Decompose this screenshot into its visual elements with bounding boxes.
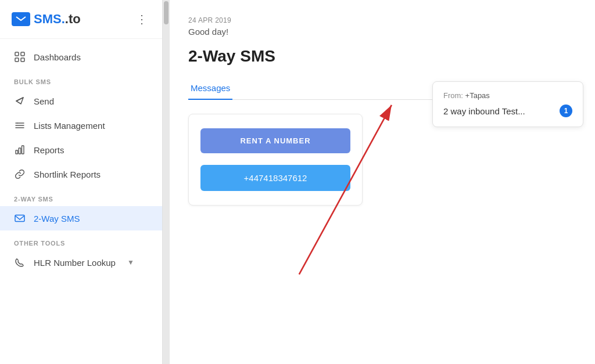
sidebar-item-dashboards[interactable]: Dashboards [0,45,162,69]
phone-card: RENT A NUMBER +447418347612 [188,114,363,206]
bar-chart-icon [14,145,26,155]
from-line: From: +Tapas [443,91,572,100]
list-icon [14,120,26,131]
content-panel: 24 APR 2019 Good day! 2-Way SMS Messages… [170,0,595,364]
sidebar-item-2way-sms-label: 2-Way SMS [34,214,80,224]
from-label: From: [443,91,465,100]
mail-icon [14,213,26,224]
logo: SMS..to [12,12,81,27]
svg-rect-2 [21,52,24,56]
greeting-text: Good day! [188,27,576,37]
dropdown-arrow-icon: ▼ [127,258,134,266]
sidebar-item-send[interactable]: Send [0,89,162,113]
grid-icon [14,52,26,62]
2way-sms-section-label: 2-WAY SMS [0,186,162,206]
tab-messages[interactable]: Messages [188,77,232,100]
message-preview-card: From: +Tapas 2 way inbound Test... 1 [432,81,583,127]
sidebar-item-reports-label: Reports [34,145,64,155]
sidebar-header: SMS..to ⋮ [0,0,162,39]
sidebar-item-lists-management-label: Lists Management [34,121,105,131]
svg-rect-1 [15,52,19,56]
sidebar-item-2way-sms[interactable]: 2-Way SMS [0,206,162,230]
sidebar-item-hlr-lookup[interactable]: HLR Number Lookup ▼ [0,250,162,275]
main-content: 24 APR 2019 Good day! 2-Way SMS Messages… [170,0,595,364]
sidebar: SMS..to ⋮ Dashboards BULK SMS [0,0,163,364]
sidebar-nav: Dashboards BULK SMS Send L [0,39,162,364]
svg-rect-11 [16,150,18,154]
logo-text: SMS..to [34,12,81,27]
menu-dots-icon[interactable]: ⋮ [133,10,150,28]
link-icon [14,169,26,179]
sidebar-item-hlr-lookup-label: HLR Number Lookup [34,258,116,268]
scrollbar-thumb[interactable] [164,1,169,24]
sidebar-item-send-label: Send [34,96,54,106]
page-title: 2-Way SMS [188,47,576,66]
date-display: 24 APR 2019 [188,16,576,24]
bulk-sms-section-label: BULK SMS [0,69,162,89]
from-name: +Tapas [465,91,490,100]
svg-rect-12 [19,148,21,154]
unread-badge: 1 [560,104,572,117]
message-row: 2 way inbound Test... 1 [443,104,572,117]
sidebar-item-reports[interactable]: Reports [0,138,162,162]
sidebar-item-dashboards-label: Dashboards [34,52,81,62]
send-icon [14,96,26,106]
svg-rect-14 [15,215,24,222]
other-tools-section-label: OTHER TOOLS [0,230,162,250]
phone-icon [14,257,26,268]
scrollbar-track[interactable] [163,0,170,364]
svg-rect-3 [15,58,19,62]
svg-rect-0 [15,15,27,24]
phone-number-display: +447418347612 [200,165,350,191]
rent-a-number-button[interactable]: RENT A NUMBER [200,128,350,153]
svg-rect-4 [21,58,24,62]
message-text-preview: 2 way inbound Test... [443,106,525,116]
sidebar-item-shortlink-reports-label: Shortlink Reports [34,170,101,179]
logo-icon [12,12,30,26]
svg-rect-13 [22,146,24,154]
sidebar-item-lists-management[interactable]: Lists Management [0,113,162,138]
sidebar-item-shortlink-reports[interactable]: Shortlink Reports [0,162,162,186]
svg-marker-6 [16,98,23,104]
